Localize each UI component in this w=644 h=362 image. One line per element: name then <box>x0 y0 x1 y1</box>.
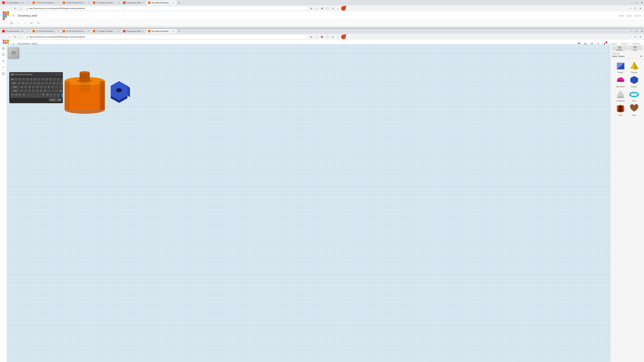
key-lbracket[interactable]: [ <box>56 81 60 85</box>
tab-cheap-1[interactable]: (7) Cheap 3D printer with 3 lin... ✕ <box>91 0 122 5</box>
url-bar-2[interactable]: 🔒 https://www.tinkercad.com/things/2bORP… <box>24 35 244 39</box>
tab-close-tc-2[interactable]: ✕ <box>172 30 175 32</box>
key-x[interactable]: x <box>24 89 27 92</box>
hamburger-btn-1[interactable]: ≡ <box>11 13 16 18</box>
key-3[interactable]: 3 <box>22 78 25 81</box>
tab-yt-1[interactable]: (7) Subscriptions - YouTube ✕ <box>1 0 31 5</box>
key-comma[interactable]: , <box>47 89 50 92</box>
osk-maximize-btn[interactable]: ☐ <box>55 73 58 76</box>
redo-btn-1[interactable]: ↪ <box>36 20 41 26</box>
orange-cylinder-object[interactable] <box>64 64 106 115</box>
key-e[interactable]: e <box>25 81 29 85</box>
tab-close-inst-2[interactable]: ✕ <box>142 30 145 32</box>
key-0[interactable]: 0 <box>49 78 52 81</box>
tab-close-pla-1[interactable]: ✕ <box>87 1 90 4</box>
tab-close-pla-2[interactable]: ✕ <box>87 30 90 32</box>
tab-close-tc-1[interactable]: ✕ <box>172 1 175 4</box>
tab-cheap-2[interactable]: (7) Cheap 3D printer with 3 lin... ✕ <box>91 29 122 33</box>
key-b[interactable]: b <box>36 89 39 92</box>
key-alt-l[interactable]: Alt <box>22 93 25 98</box>
refresh-btn-1[interactable]: ↻ <box>13 6 18 11</box>
key-r[interactable]: r <box>29 81 32 85</box>
forward-btn-2[interactable]: → <box>7 34 12 39</box>
tab-tc-2[interactable]: 3D design Smashing Lahdi | Ti... ✕ <box>146 29 176 33</box>
home-btn-1[interactable]: ⌂ <box>18 6 23 11</box>
key-c[interactable]: c <box>28 89 31 92</box>
zoom-out-btn[interactable]: − <box>1 65 6 70</box>
tab-inst-1[interactable]: Instructable Editor ✕ <box>122 0 146 5</box>
tinkercad-logo-1[interactable] <box>3 11 9 20</box>
key-k[interactable]: k <box>47 85 50 89</box>
tab-close-smart-2[interactable]: ✕ <box>57 30 59 32</box>
url-bar-1[interactable]: 🔒 https://www.tinkercad.com/things/2bORP… <box>24 6 244 10</box>
key-9[interactable]: 9 <box>45 78 48 81</box>
key-slash[interactable]: / <box>55 89 58 92</box>
key-y[interactable]: y <box>37 81 40 85</box>
key-caps[interactable]: Caps <box>10 85 20 89</box>
tab-smart-1[interactable]: (7) Smart 3D Printer Enclosur... ✕ <box>31 0 61 5</box>
key-7[interactable]: 7 <box>38 78 41 81</box>
key-i[interactable]: i <box>44 81 48 85</box>
key-n[interactable]: n <box>40 89 43 92</box>
key-5[interactable]: 5 <box>30 78 33 81</box>
osk-minimize-btn[interactable]: ─ <box>51 73 54 76</box>
tab-pla-1[interactable]: (3) 3D Printed PLA Gear after... ✕ <box>61 0 91 5</box>
tab-close-inst-1[interactable]: ✕ <box>142 1 145 4</box>
key-options[interactable]: Options <box>49 98 56 102</box>
key-ctrl-l[interactable]: Ctrl <box>14 93 18 98</box>
key-8[interactable]: 8 <box>41 78 44 81</box>
tab-tc-1[interactable]: 3D design Smashing Lahdi | Ti... ✕ <box>146 0 176 5</box>
key-l[interactable]: l <box>51 85 54 89</box>
key-w[interactable]: w <box>22 81 25 85</box>
key-right[interactable]: ▷ <box>57 93 60 98</box>
key-4[interactable]: 4 <box>26 78 29 81</box>
key-2[interactable]: 2 <box>18 78 22 81</box>
key-enter[interactable]: Enter <box>62 85 63 89</box>
key-j[interactable]: j <box>43 85 46 89</box>
fit-view-btn[interactable] <box>1 71 6 76</box>
key-f[interactable]: f <box>32 85 35 89</box>
key-p[interactable]: p <box>52 81 56 85</box>
key-esc[interactable]: Esc <box>10 78 14 81</box>
key-6[interactable]: 6 <box>34 78 37 81</box>
key-down[interactable]: ▽ <box>53 93 56 98</box>
osk-close-btn[interactable]: ✕ <box>58 73 62 76</box>
key-q[interactable]: q <box>18 81 21 85</box>
key-semicolon[interactable]: ; <box>55 85 58 89</box>
key-m[interactable]: m <box>43 89 46 92</box>
key-shift[interactable]: Shift <box>10 89 20 92</box>
key-s[interactable]: s <box>24 85 27 89</box>
back-btn-1[interactable]: ← <box>1 6 6 11</box>
project-name-1[interactable]: Smashing Lahdi <box>18 14 37 17</box>
tab-pla-2[interactable]: (3) 3D Printed PLA Gear after... ✕ <box>61 29 91 33</box>
key-1[interactable]: 1 <box>14 78 18 81</box>
tab-smart-2[interactable]: (7) Smart 3D Printer Enclosur... ✕ <box>31 29 61 33</box>
key-left[interactable]: ◁ <box>49 93 52 98</box>
new-tab-btn-1[interactable]: + <box>176 0 181 5</box>
tab-close-yt-1[interactable]: ✕ <box>27 1 29 4</box>
key-o[interactable]: o <box>48 81 52 85</box>
key-ctrl-r[interactable]: Ctrl <box>45 93 49 98</box>
new-tab-btn-2[interactable]: + <box>176 29 181 33</box>
key-z[interactable]: z <box>20 89 24 92</box>
view-cube[interactable]: TOP FRONT <box>8 48 19 58</box>
tab-inst-2[interactable]: Instructable Editor ✕ <box>122 29 146 33</box>
key-del[interactable]: Del <box>59 89 62 92</box>
key-d[interactable]: d <box>28 85 31 89</box>
zoom-in-btn[interactable]: + <box>1 58 6 64</box>
key-help[interactable]: Help <box>56 98 62 102</box>
key-v[interactable]: v <box>32 89 35 92</box>
paste-btn-1[interactable]: ⊡ <box>9 20 14 26</box>
key-t[interactable]: t <box>33 81 36 85</box>
home-view-btn[interactable] <box>1 45 6 51</box>
key-a[interactable]: a <box>20 85 24 89</box>
rotate-view-btn[interactable] <box>1 52 6 57</box>
tab-close-cheap-1[interactable]: ✕ <box>118 1 120 4</box>
blue-hex-object[interactable] <box>107 79 131 107</box>
tab-close-smart-1[interactable]: ✕ <box>57 1 59 4</box>
key-win[interactable]: ⊞ <box>18 93 22 98</box>
tab-yt-2[interactable]: (7) Subscriptions - YouTube ✕ <box>1 29 31 33</box>
key-backspace[interactable]: ⌫ <box>60 78 63 81</box>
home-btn-2[interactable]: ⌂ <box>18 34 23 39</box>
key-tab[interactable]: Tab <box>10 81 17 85</box>
